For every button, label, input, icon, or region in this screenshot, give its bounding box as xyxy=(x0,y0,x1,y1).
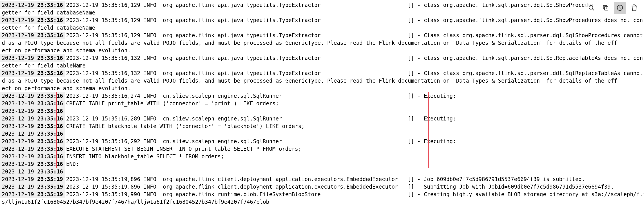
log-line: 2023-12-19 23:35:162023-12-19 15:35:16,1… xyxy=(0,16,644,24)
log-message: setter for field databaseName xyxy=(0,24,95,32)
log-timestamp: 2023-12-19 23:35:16 xyxy=(0,107,65,115)
log-message: 2023-12-19 15:35:16,129 INFO org.apache.… xyxy=(65,16,644,24)
log-line: 2023-12-19 23:35:192023-12-19 15:35:19,9… xyxy=(0,191,644,198)
log-line: 2023-12-19 23:35:16CREATE TABLE blackhol… xyxy=(0,122,644,130)
log-line: 2023-12-19 23:35:162023-12-19 15:35:16,2… xyxy=(0,92,644,100)
log-message: ect on performance and schema evolution. xyxy=(0,85,131,92)
search-button[interactable] xyxy=(585,2,598,14)
log-timestamp: 2023-12-19 23:35:16 xyxy=(0,145,65,153)
log-message: 2023-12-19 15:35:16,132 INFO org.apache.… xyxy=(65,54,644,62)
log-timestamp: 2023-12-19 23:35:16 xyxy=(0,54,65,62)
log-line: d as a POJO type because not all fields … xyxy=(0,77,644,85)
log-message: INSERT INTO blackhole_table SELECT * FRO… xyxy=(65,153,224,160)
log-line: 2023-12-19 23:35:162023-12-19 15:35:16,1… xyxy=(0,69,644,77)
log-line: 2023-12-19 23:35:162023-12-19 15:35:16,1… xyxy=(0,32,644,39)
log-message: 2023-12-19 15:35:19,990 INFO org.apache.… xyxy=(65,191,644,198)
log-timestamp: 2023-12-19 23:35:16 xyxy=(0,168,65,176)
log-timestamp: 2023-12-19 23:35:16 xyxy=(0,153,65,160)
trash-icon xyxy=(630,4,638,12)
log-line: 2023-12-19 23:35:162023-12-19 15:35:16,2… xyxy=(0,138,644,145)
log-line: 2023-12-19 23:35:16END; xyxy=(0,160,644,168)
log-timestamp: 2023-12-19 23:35:16 xyxy=(0,16,65,24)
search-icon xyxy=(588,4,595,12)
log-timestamp: 2023-12-19 23:35:16 xyxy=(0,138,65,145)
log-message: 2023-12-19 15:35:19,896 INFO org.apache.… xyxy=(65,176,585,183)
log-message: s/lljw1a61f2fc16804527b347bf9e4207f746/h… xyxy=(0,198,269,206)
log-line: ect on performance and schema evolution. xyxy=(0,85,644,92)
log-message: 2023-12-19 15:35:16,129 INFO org.apache.… xyxy=(65,32,644,39)
log-line: 2023-12-19 23:35:162023-12-19 15:35:16,2… xyxy=(0,115,644,122)
log-message: 2023-12-19 15:35:16,292 INFO cn.sliew.sc… xyxy=(65,138,459,145)
copy-button[interactable] xyxy=(600,2,612,14)
log-timestamp: 2023-12-19 23:35:16 xyxy=(0,115,65,122)
log-message: setter for field tableName xyxy=(0,62,86,69)
log-timestamp: 2023-12-19 23:35:19 xyxy=(0,191,65,198)
log-timestamp: 2023-12-19 23:35:16 xyxy=(0,122,65,130)
log-line: 2023-12-19 23:35:192023-12-19 15:35:19,8… xyxy=(0,183,644,191)
log-line: s/lljw1a61f2fc16804527b347bf9e4207f746/h… xyxy=(0,198,644,206)
log-timestamp: 2023-12-19 23:35:16 xyxy=(0,160,65,168)
svg-line-1 xyxy=(592,9,594,10)
log-timestamp: 2023-12-19 23:35:16 xyxy=(0,1,65,9)
log-message: getter for field databaseName xyxy=(0,9,95,16)
svg-point-0 xyxy=(589,5,593,9)
log-timestamp: 2023-12-19 23:35:16 xyxy=(0,92,65,100)
log-line: getter for field databaseName xyxy=(0,9,644,16)
clock-icon xyxy=(616,4,624,12)
log-line: setter for field databaseName xyxy=(0,24,644,32)
clear-button[interactable] xyxy=(628,2,640,14)
log-line: 2023-12-19 23:35:162023-12-19 15:35:16,1… xyxy=(0,54,644,62)
log-message: d as a POJO type because not all fields … xyxy=(0,77,617,85)
log-line: 2023-12-19 23:35:16INSERT INTO blackhole… xyxy=(0,153,644,160)
log-toolbar xyxy=(584,1,641,15)
log-timestamp: 2023-12-19 23:35:19 xyxy=(0,176,65,183)
log-message: 2023-12-19 15:35:19,896 INFO org.apache.… xyxy=(65,183,614,191)
log-timestamp: 2023-12-19 23:35:16 xyxy=(0,69,65,77)
log-message: EXECUTE STATEMENT SET BEGIN INSERT INTO … xyxy=(65,145,302,153)
timestamp-toggle-button[interactable] xyxy=(614,2,626,14)
svg-rect-3 xyxy=(603,5,607,9)
log-line: ect on performance and schema evolution. xyxy=(0,47,644,54)
log-timestamp: 2023-12-19 23:35:16 xyxy=(0,100,65,107)
log-message: d as a POJO type because not all fields … xyxy=(0,39,617,47)
log-timestamp: 2023-12-19 23:35:16 xyxy=(0,32,65,39)
log-line: setter for field tableName xyxy=(0,62,644,69)
log-line: 2023-12-19 23:35:16 xyxy=(0,168,644,176)
log-line: 2023-12-19 23:35:16EXECUTE STATEMENT SET… xyxy=(0,145,644,153)
copy-icon xyxy=(602,4,609,12)
log-message: 2023-12-19 15:35:16,289 INFO cn.sliew.sc… xyxy=(65,115,459,122)
log-message: 2023-12-19 15:35:16,274 INFO cn.sliew.sc… xyxy=(65,92,459,100)
log-message: ect on performance and schema evolution. xyxy=(0,47,131,54)
log-timestamp: 2023-12-19 23:35:16 xyxy=(0,130,65,138)
log-message: 2023-12-19 15:35:16,129 INFO org.apache.… xyxy=(65,1,595,9)
log-line: 2023-12-19 23:35:192023-12-19 15:35:19,8… xyxy=(0,176,644,183)
log-line: d as a POJO type because not all fields … xyxy=(0,39,644,47)
log-output[interactable]: 2023-12-19 23:35:162023-12-19 15:35:16,1… xyxy=(0,1,644,206)
log-line: 2023-12-19 23:35:16CREATE TABLE print_ta… xyxy=(0,100,644,107)
log-message: CREATE TABLE blackhole_table WITH ('conn… xyxy=(65,122,304,130)
log-line: 2023-12-19 23:35:16 xyxy=(0,130,644,138)
log-message: CREATE TABLE print_table WITH ('connecto… xyxy=(65,100,279,107)
log-line: 2023-12-19 23:35:162023-12-19 15:35:16,1… xyxy=(0,1,644,9)
log-line: 2023-12-19 23:35:16 xyxy=(0,107,644,115)
log-timestamp: 2023-12-19 23:35:19 xyxy=(0,183,65,191)
svg-rect-2 xyxy=(604,6,608,10)
log-message: 2023-12-19 15:35:16,132 INFO org.apache.… xyxy=(65,69,644,77)
log-message: END; xyxy=(65,160,79,168)
